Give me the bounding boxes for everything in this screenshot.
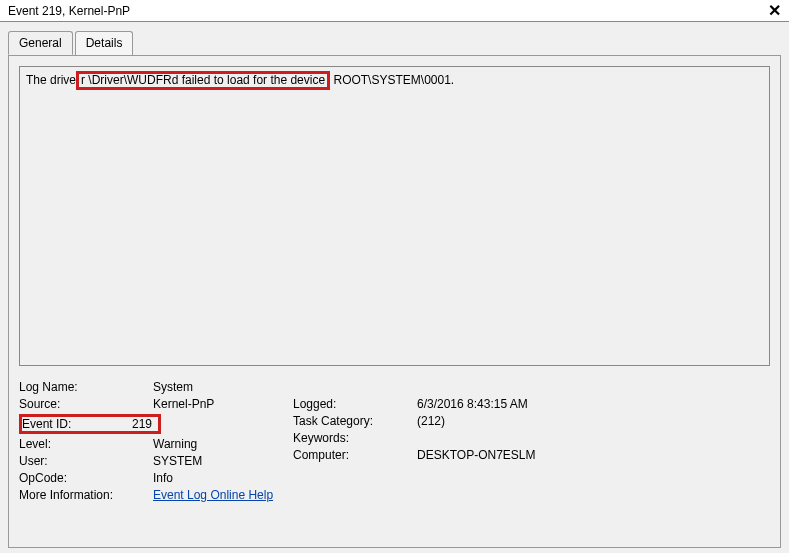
event-id-highlight-box: Event ID: 219	[19, 414, 161, 434]
label-source: Source:	[19, 397, 129, 411]
msg-highlight-box: r \Driver\WUDFRd failed to load for the …	[76, 71, 330, 90]
event-id-row: Event ID: 219	[19, 414, 283, 434]
value-user: SYSTEM	[153, 454, 283, 468]
spacer-value	[417, 380, 587, 394]
label-user: User:	[19, 454, 129, 468]
value-level: Warning	[153, 437, 283, 451]
event-message[interactable]: The driver \Driver\WUDFRd failed to load…	[19, 66, 770, 366]
tab-strip: General Details	[8, 31, 781, 56]
tab-panel-general: The driver \Driver\WUDFRd failed to load…	[8, 55, 781, 548]
tab-general[interactable]: General	[8, 31, 73, 55]
value-source: Kernel-PnP	[153, 397, 283, 411]
value-log-name: System	[153, 380, 283, 394]
value-event-id: 219	[132, 417, 152, 431]
titlebar: Event 219, Kernel-PnP ✕	[0, 0, 789, 22]
details-col-left: Log Name: System Source: Kernel-PnP Even…	[19, 380, 283, 502]
label-computer: Computer:	[293, 448, 393, 462]
msg-prefix: The drive	[26, 73, 76, 87]
label-task-category: Task Category:	[293, 414, 393, 428]
msg-suffix: ROOT\SYSTEM\0001.	[330, 73, 454, 87]
msg-highlight: r \Driver\WUDFRd failed to load for the …	[81, 73, 325, 87]
value-logged: 6/3/2016 8:43:15 AM	[417, 397, 587, 411]
spacer-label	[293, 380, 393, 394]
link-event-log-help[interactable]: Event Log Online Help	[153, 488, 273, 502]
label-opcode: OpCode:	[19, 471, 129, 485]
details-col-right: Logged: 6/3/2016 8:43:15 AM Task Categor…	[293, 380, 587, 502]
label-keywords: Keywords:	[293, 431, 393, 445]
tab-details[interactable]: Details	[75, 31, 134, 55]
label-level: Level:	[19, 437, 129, 451]
value-task-category: (212)	[417, 414, 587, 428]
close-icon[interactable]: ✕	[764, 3, 785, 19]
event-details-grid: Log Name: System Source: Kernel-PnP Even…	[19, 380, 770, 502]
label-logged: Logged:	[293, 397, 393, 411]
label-log-name: Log Name:	[19, 380, 129, 394]
window-title: Event 219, Kernel-PnP	[8, 4, 130, 18]
label-event-id: Event ID:	[22, 417, 132, 431]
more-info-row: More Information: Event Log Online Help	[19, 488, 283, 502]
value-opcode: Info	[153, 471, 283, 485]
value-computer: DESKTOP-ON7ESLM	[417, 448, 587, 462]
content-area: General Details The driver \Driver\WUDFR…	[0, 22, 789, 553]
label-more-info: More Information:	[19, 488, 129, 502]
